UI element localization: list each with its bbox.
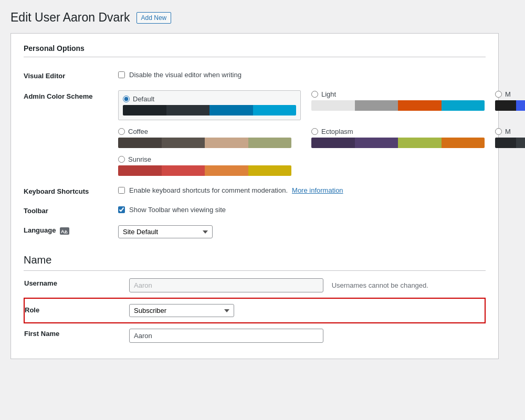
scheme-midnight-label[interactable]: M <box>495 128 525 135</box>
add-new-button[interactable]: Add New <box>136 12 172 24</box>
scheme-light-label[interactable]: Light <box>311 90 485 98</box>
scheme-default-radio[interactable] <box>123 96 130 102</box>
scheme-ectoplasm-bar <box>311 138 485 148</box>
scheme-midnight-radio[interactable] <box>495 128 502 135</box>
scheme-midnight[interactable]: M <box>495 128 525 148</box>
scheme-default-name: Default <box>133 95 154 103</box>
scheme-modern-label[interactable]: M <box>495 90 525 98</box>
visual-editor-label: Visual Editor <box>24 72 65 80</box>
scheme-ectoplasm-radio[interactable] <box>311 128 318 135</box>
personal-options-table: Visual Editor Disable the visual editor … <box>24 66 486 244</box>
visual-editor-checkbox-label[interactable]: Disable the visual editor when writing <box>118 71 486 79</box>
scheme-ectoplasm-label[interactable]: Ectoplasm <box>311 128 485 135</box>
scheme-light-bar <box>311 100 485 111</box>
keyboard-shortcuts-checkbox[interactable] <box>118 187 125 194</box>
scheme-modern-name: M <box>505 90 511 98</box>
scheme-midnight-bar <box>495 138 525 148</box>
color-scheme-label: Admin Color Scheme <box>24 92 92 100</box>
page-title: Edit User Aaron Dvark <box>10 10 130 25</box>
name-section-heading: Name <box>24 254 486 271</box>
scheme-modern-radio[interactable] <box>495 91 502 98</box>
more-information-link[interactable]: More information <box>292 186 343 194</box>
scheme-modern-bar <box>495 100 525 111</box>
scheme-light-name: Light <box>321 90 336 98</box>
scheme-coffee-bar <box>118 138 291 148</box>
scheme-ectoplasm[interactable]: Ectoplasm <box>311 128 485 148</box>
visual-editor-text: Disable the visual editor when writing <box>129 71 242 79</box>
scheme-sunrise-radio[interactable] <box>118 156 125 163</box>
first-name-input[interactable] <box>129 329 323 343</box>
username-input <box>129 278 323 292</box>
scheme-coffee-name: Coffee <box>128 128 148 135</box>
toolbar-text: Show Toolbar when viewing site <box>129 206 226 214</box>
scheme-modern[interactable]: M <box>495 90 525 120</box>
language-select[interactable]: Site Default English (US) French German … <box>118 225 213 238</box>
visual-editor-checkbox[interactable] <box>118 71 125 78</box>
scheme-default[interactable]: Default <box>118 90 301 120</box>
role-select[interactable]: Subscriber Contributor Author Editor Adm… <box>129 304 234 317</box>
personal-options-heading: Personal Options <box>24 44 486 57</box>
scheme-coffee[interactable]: Coffee <box>118 128 301 148</box>
scheme-coffee-radio[interactable] <box>118 128 125 135</box>
toolbar-checkbox[interactable] <box>118 206 125 213</box>
scheme-sunrise-name: Sunrise <box>128 155 151 163</box>
keyboard-shortcuts-checkbox-label[interactable]: Enable keyboard shortcuts for comment mo… <box>118 186 486 194</box>
scheme-sunrise-label[interactable]: Sunrise <box>118 155 301 163</box>
keyboard-shortcuts-text: Enable keyboard shortcuts for comment mo… <box>129 186 288 194</box>
scheme-light[interactable]: Light <box>311 90 485 120</box>
username-label: Username <box>24 279 57 287</box>
svg-text:あ: あ <box>64 230 68 234</box>
scheme-default-bar <box>123 105 296 116</box>
toolbar-label: Toolbar <box>24 207 48 215</box>
scheme-sunrise-bar <box>118 165 291 176</box>
scheme-light-radio[interactable] <box>311 91 318 98</box>
language-icon: A あ <box>60 227 69 235</box>
scheme-ectoplasm-name: Ectoplasm <box>321 128 353 135</box>
scheme-coffee-label[interactable]: Coffee <box>118 128 301 135</box>
role-label: Role <box>25 306 39 314</box>
name-table: Username Usernames cannot be changed. Ro… <box>24 273 486 348</box>
username-hint: Usernames cannot be changed. <box>332 281 428 289</box>
first-name-label: First Name <box>24 330 59 338</box>
language-label: Language <box>24 226 56 234</box>
scheme-sunrise[interactable]: Sunrise <box>118 155 301 176</box>
scheme-default-label[interactable]: Default <box>123 95 296 103</box>
keyboard-shortcuts-label: Keyboard Shortcuts <box>24 187 89 195</box>
toolbar-checkbox-label[interactable]: Show Toolbar when viewing site <box>118 206 486 214</box>
scheme-midnight-name: M <box>505 128 511 135</box>
